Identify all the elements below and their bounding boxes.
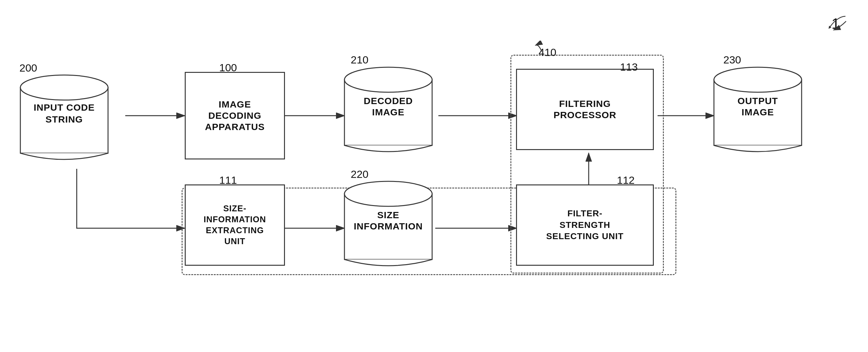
svg-point-14	[714, 67, 802, 92]
output-image-cylinder: OUTPUTIMAGE	[712, 64, 803, 155]
ref-220: 220	[351, 168, 369, 180]
ref-200: 200	[20, 62, 37, 74]
filtering-processor: FILTERINGPROCESSOR	[516, 69, 654, 150]
filter-strength-selecting: FILTER-STRENGTHSELECTING UNIT	[516, 184, 654, 266]
ref-112: 112	[617, 174, 635, 186]
image-decoding-label: IMAGEDECODINGAPPARATUS	[205, 99, 265, 133]
ref-410-arrow	[532, 41, 551, 53]
input-code-string-label: INPUT CODESTRING	[19, 102, 110, 125]
filter-strength-label: FILTER-STRENGTHSELECTING UNIT	[546, 208, 623, 242]
decoded-image-cylinder: DECODEDIMAGE	[343, 64, 434, 155]
size-information-cylinder: SIZEINFORMATION	[343, 178, 434, 269]
arrows-overlay	[0, 0, 868, 352]
svg-point-12	[344, 67, 432, 92]
output-image-label: OUTPUTIMAGE	[712, 95, 803, 118]
filtering-processor-label: FILTERINGPROCESSOR	[554, 98, 617, 121]
diagram: 410 1 INPUT CODESTRING 200	[0, 0, 868, 352]
size-information-label: SIZEINFORMATION	[343, 209, 434, 232]
ref-111: 111	[219, 174, 237, 186]
size-info-extracting-label: SIZE-INFORMATIONEXTRACTINGUNIT	[204, 203, 266, 247]
image-decoding-apparatus: IMAGEDECODINGAPPARATUS	[185, 72, 285, 160]
svg-point-10	[20, 75, 108, 100]
size-info-extracting: SIZE-INFORMATIONEXTRACTINGUNIT	[185, 184, 285, 266]
input-code-string-cylinder: INPUT CODESTRING	[19, 72, 110, 163]
svg-point-16	[344, 181, 432, 206]
decoded-image-label: DECODEDIMAGE	[343, 95, 434, 118]
ref-210: 210	[351, 54, 369, 66]
ref-1-bracket	[824, 13, 855, 32]
ref-113: 113	[620, 61, 638, 73]
ref-100: 100	[219, 62, 237, 74]
ref-230: 230	[723, 54, 741, 66]
